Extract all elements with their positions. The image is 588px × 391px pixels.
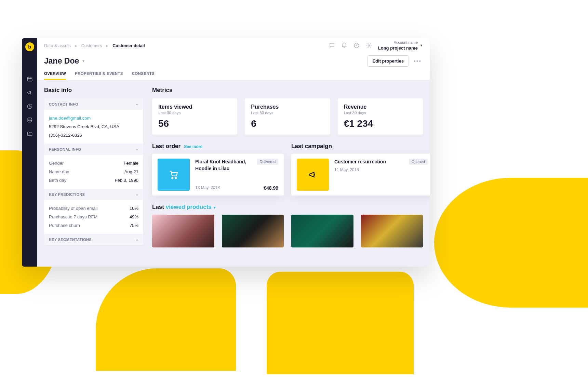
metric-value: 6 bbox=[251, 118, 324, 129]
product-thumb[interactable] bbox=[222, 215, 284, 247]
crumb-data-assets[interactable]: Data & assets bbox=[44, 43, 71, 48]
caret-down-icon[interactable]: ▼ bbox=[213, 206, 216, 210]
basic-info-card: CONTACT INFO ⌄ jane.doe@gmail.com 5292 S… bbox=[44, 98, 143, 245]
help-icon[interactable] bbox=[353, 42, 360, 49]
metric-purchases: Purchases Last 30 days 6 bbox=[245, 98, 330, 135]
metric-revenue: Revenue Last 30 days €1 234 bbox=[338, 98, 423, 135]
metrics-title: Metrics bbox=[152, 87, 423, 94]
brand-logo[interactable]: b bbox=[25, 42, 34, 51]
pie-chart-icon[interactable] bbox=[27, 103, 33, 109]
basic-info-title: Basic info bbox=[44, 87, 143, 94]
customer-header: Jane Doe ▼ Edit properties ••• bbox=[37, 53, 430, 67]
chevron-down-icon: ⌄ bbox=[135, 192, 138, 197]
tab-properties-events[interactable]: PROPERTIES & EVENTS bbox=[75, 71, 123, 80]
crumb-current: Customer detail bbox=[112, 43, 145, 48]
chevron-down-icon: ⌄ bbox=[135, 147, 138, 151]
key-predictions-header[interactable]: KEY PREDICTIONS ⌄ bbox=[44, 189, 143, 200]
calendar-icon[interactable] bbox=[27, 76, 33, 82]
last-viewed-title: Last viewed products▼ bbox=[152, 204, 423, 211]
metric-subtitle: Last 30 days bbox=[251, 111, 324, 115]
gear-icon[interactable] bbox=[366, 42, 372, 49]
last-campaign-title: Last campaign bbox=[291, 143, 332, 150]
customer-name: Jane Doe bbox=[44, 56, 79, 66]
edit-properties-button[interactable]: Edit properties bbox=[367, 55, 409, 67]
campaign-name: Customer resurrection bbox=[334, 159, 386, 165]
kv-row: Name dayAug 21 bbox=[49, 167, 138, 176]
crumb-customers[interactable]: Customers bbox=[81, 43, 102, 48]
contact-info-header[interactable]: CONTACT INFO ⌄ bbox=[44, 98, 143, 110]
customer-phone: (306)-3212-6326 bbox=[49, 131, 138, 139]
more-options-icon[interactable]: ••• bbox=[412, 57, 423, 66]
product-thumb[interactable] bbox=[152, 215, 214, 247]
tab-consents[interactable]: CONSENTS bbox=[132, 71, 155, 80]
order-date: 13 May, 2018 bbox=[195, 185, 220, 191]
product-thumb[interactable] bbox=[361, 215, 423, 247]
order-price: €48.99 bbox=[264, 185, 278, 191]
metric-title: Revenue bbox=[344, 104, 417, 110]
tabs: OVERVIEW PROPERTIES & EVENTS CONSENTS bbox=[37, 67, 430, 80]
account-name: Account name bbox=[378, 40, 418, 45]
metric-value: €1 234 bbox=[344, 118, 417, 129]
chevron-down-icon: ⌄ bbox=[135, 102, 138, 106]
chevron-right-icon: ▶ bbox=[75, 44, 77, 48]
panel-label: CONTACT INFO bbox=[49, 102, 78, 106]
bell-icon[interactable] bbox=[341, 42, 347, 49]
svg-point-4 bbox=[172, 177, 173, 179]
megaphone-icon[interactable] bbox=[27, 90, 33, 96]
metric-subtitle: Last 30 days bbox=[344, 111, 417, 115]
folder-icon[interactable] bbox=[27, 131, 33, 137]
personal-info-header[interactable]: PERSONAL INFO ⌄ bbox=[44, 144, 143, 155]
svg-rect-0 bbox=[27, 77, 32, 81]
chevron-down-icon: ⌄ bbox=[135, 237, 138, 242]
breadcrumb: Data & assets ▶ Customers ▶ Customer det… bbox=[44, 43, 145, 48]
metric-value: 56 bbox=[158, 118, 231, 129]
status-badge: Opened bbox=[409, 159, 428, 165]
topbar: Data & assets ▶ Customers ▶ Customer det… bbox=[37, 38, 430, 53]
metric-items-viewed: Items viewed Last 30 days 56 bbox=[152, 98, 237, 135]
viewed-products-link[interactable]: viewed products bbox=[166, 204, 212, 210]
product-thumb[interactable] bbox=[291, 215, 353, 247]
status-badge: Delivered bbox=[257, 159, 278, 165]
see-more-link[interactable]: See more bbox=[184, 144, 202, 149]
metric-subtitle: Last 30 days bbox=[158, 111, 231, 115]
project-name: Long project name bbox=[378, 45, 418, 51]
customer-email[interactable]: jane.doe@gmail.com bbox=[49, 114, 138, 122]
campaign-date: 11 May, 2018 bbox=[334, 167, 428, 172]
caret-down-icon: ▼ bbox=[420, 44, 423, 47]
panel-label: PERSONAL INFO bbox=[49, 147, 81, 151]
tab-overview[interactable]: OVERVIEW bbox=[44, 71, 66, 80]
megaphone-icon bbox=[297, 159, 329, 191]
panel-label: KEY SEGMENTATIONS bbox=[49, 238, 92, 242]
chat-icon[interactable] bbox=[329, 42, 335, 49]
svg-point-5 bbox=[175, 177, 176, 179]
sidebar: b bbox=[22, 38, 37, 267]
kv-row: Purchase in 7 days RFM49% bbox=[49, 213, 138, 221]
last-order-title: Last order bbox=[152, 143, 181, 150]
svg-point-1 bbox=[28, 118, 32, 119]
kv-row: Probability of open email10% bbox=[49, 204, 138, 213]
metric-title: Purchases bbox=[251, 104, 324, 110]
svg-point-3 bbox=[368, 45, 370, 46]
kv-row: Purchase churn75% bbox=[49, 221, 138, 230]
kv-row: GenderFemale bbox=[49, 159, 138, 167]
last-order-card[interactable]: Floral Knot Headband, Hoodie in Lilac De… bbox=[152, 154, 284, 196]
order-product: Floral Knot Headband, Hoodie in Lilac bbox=[195, 159, 254, 172]
cart-icon bbox=[158, 159, 190, 191]
key-segmentations-header[interactable]: KEY SEGMENTATIONS ⌄ bbox=[44, 234, 143, 245]
app-window: b Data & assets ▶ Customers ▶ Customer d… bbox=[22, 38, 430, 267]
chevron-right-icon: ▶ bbox=[106, 44, 108, 48]
kv-row: Birth dayFeb 3, 1990 bbox=[49, 176, 138, 185]
last-campaign-card[interactable]: Customer resurrection Opened 11 May, 201… bbox=[291, 154, 430, 196]
caret-down-icon[interactable]: ▼ bbox=[82, 59, 85, 63]
metric-title: Items viewed bbox=[158, 104, 231, 110]
database-icon[interactable] bbox=[27, 117, 33, 123]
customer-address: 5292 Stevens Creek Blvd, CA, USA bbox=[49, 122, 138, 131]
panel-label: KEY PREDICTIONS bbox=[49, 192, 85, 197]
account-switcher[interactable]: Account name Long project name bbox=[378, 40, 418, 51]
